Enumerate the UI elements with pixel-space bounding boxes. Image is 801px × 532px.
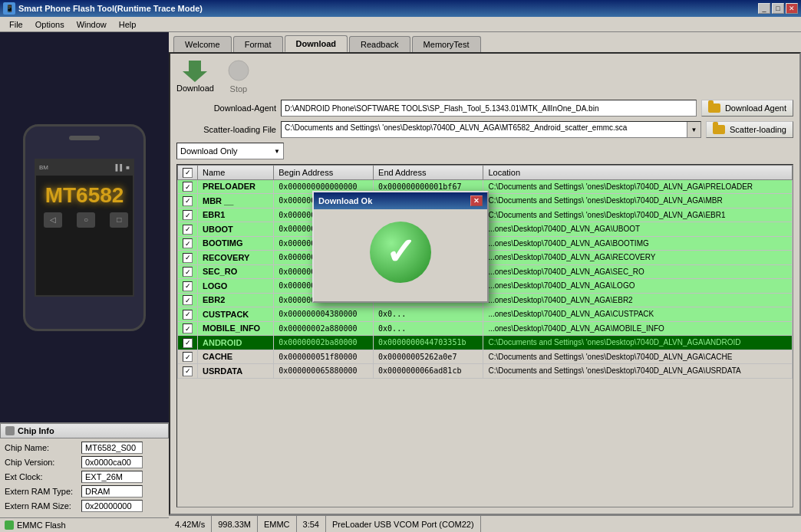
status-bar: 4.42M/s 998.33M EMMC 3:54 PreLoader USB … xyxy=(169,515,801,532)
scatter-loading-button[interactable]: Scatter-loading xyxy=(706,121,793,138)
status-port: PreLoader USB VCOM Port (COM22) xyxy=(326,516,481,532)
row-checkbox-cell-11[interactable]: ✓ xyxy=(178,336,198,350)
modal-close-button[interactable]: ✕ xyxy=(470,195,483,206)
row-checkbox-cell-13[interactable]: ✓ xyxy=(178,364,198,379)
row-end-9: 0x0... xyxy=(374,307,483,322)
download-agent-button[interactable]: Download Agent xyxy=(701,100,793,117)
tab-memorytest[interactable]: MemoryTest xyxy=(412,36,481,52)
emmc-icon xyxy=(5,521,14,530)
row-checkbox-cell-6[interactable]: ✓ xyxy=(178,264,198,279)
scatter-dropdown-arrow[interactable]: ▼ xyxy=(687,122,700,137)
row-checkbox-13[interactable]: ✓ xyxy=(183,366,193,376)
chip-version-value: 0x0000ca00 xyxy=(81,456,143,468)
phone-screen-header: BM ▌▌ ■ xyxy=(36,160,133,176)
row-begin-12: 0x000000051f80000 xyxy=(274,350,374,364)
phone-brand: MT6582 xyxy=(36,183,133,208)
download-agent-input[interactable] xyxy=(281,100,697,117)
row-checkbox-cell-12[interactable]: ✓ xyxy=(178,350,198,364)
modal-title: Download Ok xyxy=(318,196,372,205)
tab-welcome[interactable]: Welcome xyxy=(173,36,232,52)
row-checkbox-cell-1[interactable]: ✓ xyxy=(178,194,198,209)
chip-name-label: Chip Name: xyxy=(5,443,81,452)
row-checkbox-1[interactable]: ✓ xyxy=(183,196,193,206)
maximize-button[interactable]: □ xyxy=(772,3,784,14)
table-row: ✓ CUSTPACK 0x000000004380000 0x0... ...o… xyxy=(178,307,793,322)
download-button[interactable]: Download xyxy=(176,61,214,93)
row-checkbox-4[interactable]: ✓ xyxy=(183,238,193,248)
minimize-button[interactable]: _ xyxy=(758,3,770,14)
row-location-6: ...ones\Desktop\7040D_ALVN_AGA\SEC_RO xyxy=(483,264,793,279)
header-checkbox[interactable]: ✓ xyxy=(183,168,193,178)
row-checkbox-2[interactable]: ✓ xyxy=(183,210,193,220)
left-panel: BM ▌▌ ■ MT6582 ◁ ○ □ Chip Info xyxy=(0,32,169,532)
row-checkbox-cell-3[interactable]: ✓ xyxy=(178,222,198,237)
phone-display: BM ▌▌ ■ MT6582 ◁ ○ □ xyxy=(0,32,169,422)
row-name-2: EBR1 xyxy=(198,208,274,222)
menu-file[interactable]: File xyxy=(3,18,29,31)
download-agent-label: Download-Agent xyxy=(176,103,276,113)
modal-titlebar: Download Ok ✕ xyxy=(314,192,487,209)
modal-body: ✓ xyxy=(314,209,487,301)
row-checkbox-cell-5[interactable]: ✓ xyxy=(178,251,198,265)
col-checkbox: ✓ xyxy=(178,166,198,180)
row-checkbox-0[interactable]: ✓ xyxy=(183,182,193,192)
table-row: ✓ MOBILE_INFO 0x00000002a880000 0x0... .… xyxy=(178,321,793,336)
toolbar: Download Stop xyxy=(176,60,793,94)
chip-ram-type-value: DRAM xyxy=(81,485,143,498)
dropdown-arrow-icon: ▼ xyxy=(274,148,280,155)
row-location-2: C:\Documents and Settings\ 'ones\Desktop… xyxy=(483,208,793,222)
chip-ram-size-label: Extern RAM Size: xyxy=(5,501,81,511)
download-agent-row: Download-Agent Download Agent xyxy=(176,100,793,117)
row-checkbox-3[interactable]: ✓ xyxy=(183,225,193,235)
scatter-loading-row: Scatter-loading File C:\Documents and Se… xyxy=(176,121,793,138)
row-end-13: 0x0000000066ad81cb xyxy=(374,364,483,379)
menu-help[interactable]: Help xyxy=(113,18,143,31)
row-name-12: CACHE xyxy=(198,350,274,364)
tab-readback[interactable]: Readback xyxy=(349,36,410,52)
tab-format[interactable]: Format xyxy=(233,36,283,52)
row-checkbox-cell-0[interactable]: ✓ xyxy=(178,179,198,194)
row-checkbox-5[interactable]: ✓ xyxy=(183,253,193,263)
row-checkbox-cell-4[interactable]: ✓ xyxy=(178,236,198,251)
chip-info-title: Chip Info xyxy=(18,426,54,435)
row-checkbox-6[interactable]: ✓ xyxy=(183,267,193,277)
table-row: ✓ ANDROID 0x00000002ba80000 0x0000000044… xyxy=(178,336,793,350)
stop-button[interactable]: Stop xyxy=(226,60,251,94)
row-checkbox-12[interactable]: ✓ xyxy=(183,352,193,362)
status-type: EMMC xyxy=(258,516,297,532)
folder-icon xyxy=(708,103,720,113)
chip-name-field: Chip Name: MT6582_S00 xyxy=(5,442,164,454)
row-begin-10: 0x00000002a880000 xyxy=(274,321,374,336)
row-checkbox-7[interactable]: ✓ xyxy=(183,281,193,291)
row-checkbox-cell-10[interactable]: ✓ xyxy=(178,321,198,336)
row-checkbox-11[interactable]: ✓ xyxy=(183,338,193,348)
emmc-section: EMMC Flash xyxy=(0,517,169,532)
chip-clock-label: Ext Clock: xyxy=(5,472,81,481)
row-location-5: ...ones\Desktop\7040D_ALVN_AGA\RECOVERY xyxy=(483,251,793,265)
row-checkbox-10[interactable]: ✓ xyxy=(183,323,193,333)
menu-window[interactable]: Window xyxy=(71,18,113,31)
row-location-4: ...ones\Desktop\7040D_ALVN_AGA\BOOTIMG xyxy=(483,236,793,251)
row-name-3: UBOOT xyxy=(198,222,274,237)
scatter-loading-value: C:\Documents and Settings\ 'ones\Desktop… xyxy=(282,122,687,137)
title-bar: 📱 Smart Phone Flash Tool(Runtime Trace M… xyxy=(0,0,801,17)
row-checkbox-cell-8[interactable]: ✓ xyxy=(178,293,198,307)
download-mode-dropdown[interactable]: Download Only ▼ xyxy=(176,143,284,159)
row-checkbox-9[interactable]: ✓ xyxy=(183,310,193,320)
row-checkbox-cell-7[interactable]: ✓ xyxy=(178,279,198,294)
table-row: ✓ CACHE 0x000000051f80000 0x00000005262a… xyxy=(178,350,793,364)
row-checkbox-8[interactable]: ✓ xyxy=(183,295,193,305)
close-button[interactable]: ✕ xyxy=(786,3,798,14)
checkmark-icon: ✓ xyxy=(385,234,416,271)
row-checkbox-cell-9[interactable]: ✓ xyxy=(178,307,198,322)
row-location-13: C:\Documents and Settings\ 'ones\Desktop… xyxy=(483,364,793,379)
chip-ram-type-label: Extern RAM Type: xyxy=(5,487,81,496)
menu-options[interactable]: Options xyxy=(29,18,71,31)
row-checkbox-cell-2[interactable]: ✓ xyxy=(178,208,198,222)
stop-icon xyxy=(226,60,251,83)
row-location-12: C:\Documents and Settings\ 'ones\Desktop… xyxy=(483,350,793,364)
chip-info-header[interactable]: Chip Info xyxy=(0,423,169,438)
row-begin-11: 0x00000002ba80000 xyxy=(274,336,374,350)
row-location-9: ...ones\Desktop\7040D_ALVN_AGA\CUSTPACK xyxy=(483,307,793,322)
tab-download[interactable]: Download xyxy=(285,35,348,52)
